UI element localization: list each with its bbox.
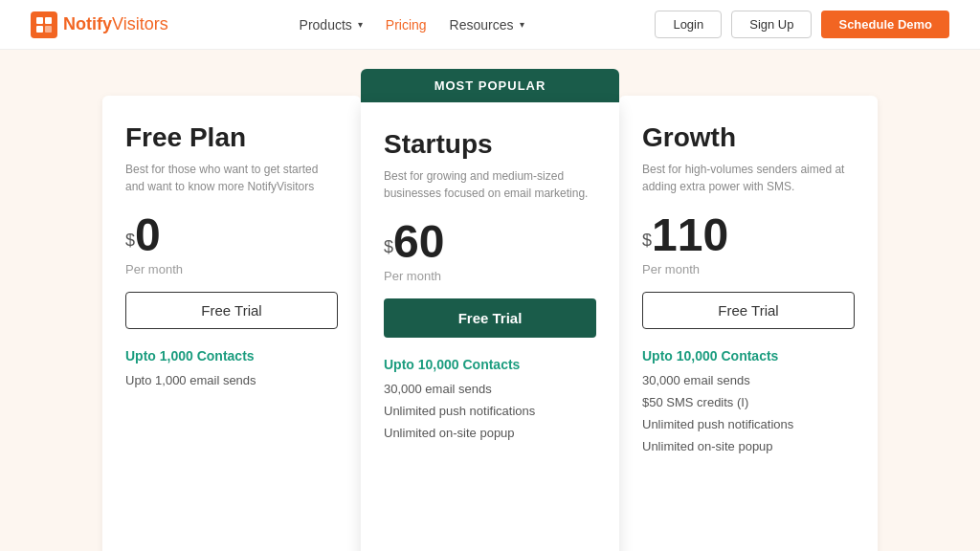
- svg-rect-3: [45, 26, 52, 33]
- feature-free-0: Upto 1,000 email sends: [125, 373, 338, 387]
- free-trial-button-startups[interactable]: Free Trial: [384, 298, 596, 338]
- plan-card-free: Free Plan Best for those who want to get…: [102, 96, 361, 551]
- nav-links: Products ▾ Pricing Resources ▾: [300, 17, 524, 33]
- svg-rect-1: [45, 17, 52, 24]
- schedule-demo-button[interactable]: Schedule Demo: [821, 11, 949, 38]
- svg-rect-2: [36, 26, 43, 33]
- svg-rect-0: [36, 17, 43, 24]
- feature-growth-2: Unlimited push notifications: [642, 417, 855, 431]
- contacts-label-growth: Upto 10,000 Contacts: [642, 348, 855, 364]
- feature-startups-2: Unlimited on-site popup: [384, 426, 596, 440]
- plan-card-startups: Startups Best for growing and medium-siz…: [361, 102, 619, 551]
- feature-growth-1: $50 SMS credits (I): [642, 395, 855, 409]
- contacts-label-free: Upto 1,000 Contacts: [125, 348, 338, 364]
- plan-price-growth: $ 110: [642, 212, 855, 258]
- currency-startups: $: [384, 237, 393, 257]
- currency-growth: $: [642, 231, 652, 251]
- plan-desc-startups: Best for growing and medium-sized busine…: [384, 167, 596, 202]
- plan-price-startups: $ 60: [384, 219, 596, 265]
- price-amount-growth: 110: [652, 212, 728, 258]
- logo-icon: [31, 11, 57, 38]
- feature-growth-3: Unlimited on-site popup: [642, 439, 855, 453]
- free-trial-button-growth[interactable]: Free Trial: [642, 292, 855, 329]
- feature-startups-1: Unlimited push notifications: [384, 404, 596, 418]
- popular-plan-wrapper: MOST POPULAR Startups Best for growing a…: [361, 69, 619, 551]
- navbar: NotifyVisitors Products ▾ Pricing Resour…: [0, 0, 980, 50]
- free-trial-button-free[interactable]: Free Trial: [125, 292, 338, 329]
- chevron-down-icon: ▾: [520, 19, 524, 30]
- feature-startups-0: 30,000 email sends: [384, 382, 596, 396]
- plan-name-growth: Growth: [642, 122, 855, 153]
- plan-card-growth: Growth Best for high-volumes senders aim…: [619, 96, 878, 551]
- logo: NotifyVisitors: [31, 11, 168, 38]
- per-month-free: Per month: [125, 262, 338, 276]
- currency-free: $: [125, 231, 135, 251]
- contacts-label-startups: Upto 10,000 Contacts: [384, 357, 596, 372]
- nav-resources[interactable]: Resources ▾: [450, 17, 524, 33]
- chevron-down-icon: ▾: [358, 19, 363, 30]
- login-button[interactable]: Login: [655, 11, 722, 38]
- price-amount-free: 0: [135, 212, 161, 258]
- nav-actions: Login Sign Up Schedule Demo: [655, 11, 949, 38]
- popular-badge: MOST POPULAR: [361, 69, 619, 102]
- plan-price-free: $ 0: [125, 212, 338, 258]
- per-month-startups: Per month: [384, 269, 596, 283]
- price-amount-startups: 60: [393, 219, 444, 265]
- nav-pricing[interactable]: Pricing: [386, 17, 427, 33]
- pricing-area: Free Plan Best for those who want to get…: [0, 50, 980, 551]
- plan-desc-growth: Best for high-volumes senders aimed at a…: [642, 161, 855, 195]
- logo-text: NotifyVisitors: [63, 14, 168, 34]
- plan-name-startups: Startups: [384, 129, 596, 160]
- per-month-growth: Per month: [642, 262, 855, 276]
- plan-desc-free: Best for those who want to get started a…: [125, 161, 338, 195]
- nav-products[interactable]: Products ▾: [300, 17, 363, 33]
- plan-name-free: Free Plan: [125, 122, 338, 153]
- signup-button[interactable]: Sign Up: [731, 11, 812, 38]
- feature-growth-0: 30,000 email sends: [642, 373, 855, 387]
